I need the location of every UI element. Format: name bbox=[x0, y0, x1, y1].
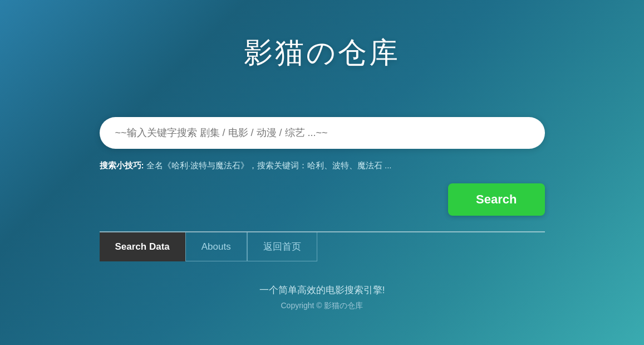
search-tip-text: 全名《哈利·波特与魔法石》，搜索关键词：哈利、波特、魔法石 ... bbox=[146, 161, 392, 170]
search-input[interactable] bbox=[104, 119, 540, 147]
footer-copyright: Copyright © 影猫の仓库 bbox=[100, 301, 545, 311]
tab-search-data[interactable]: Search Data bbox=[100, 232, 185, 261]
tabs-row: Search Data Abouts 返回首页 bbox=[100, 232, 545, 261]
search-button[interactable]: Search bbox=[448, 183, 544, 216]
search-input-wrapper bbox=[100, 117, 545, 149]
search-tip-label: 搜索小技巧: bbox=[100, 161, 144, 170]
page-title: 影猫の仓库 bbox=[244, 33, 400, 72]
search-button-row: Search bbox=[100, 183, 545, 216]
tab-home[interactable]: 返回首页 bbox=[247, 232, 317, 261]
tabs-divider-wrapper: Search Data Abouts 返回首页 bbox=[100, 231, 545, 261]
search-tip: 搜索小技巧: 全名《哈利·波特与魔法石》，搜索关键词：哈利、波特、魔法石 ... bbox=[100, 159, 392, 172]
search-container: 搜索小技巧: 全名《哈利·波特与魔法石》，搜索关键词：哈利、波特、魔法石 ...… bbox=[100, 117, 545, 261]
footer-tagline: 一个简单高效的电影搜索引擎! bbox=[100, 284, 545, 297]
tab-abouts[interactable]: Abouts bbox=[185, 232, 247, 261]
footer-section: 一个简单高效的电影搜索引擎! Copyright © 影猫の仓库 bbox=[100, 284, 545, 311]
